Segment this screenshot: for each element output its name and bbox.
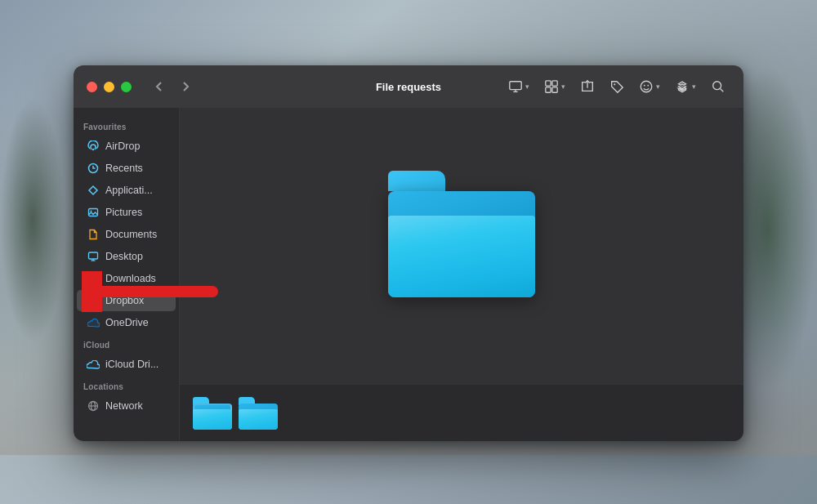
tag-button[interactable] (605, 76, 629, 97)
minimize-button[interactable] (104, 82, 114, 92)
sidebar: Favourites AirDrop (74, 108, 180, 441)
view-chevron: ▾ (525, 83, 529, 91)
network-label: Network (105, 400, 143, 412)
onedrive-icon (87, 316, 100, 329)
folder-front (388, 216, 535, 297)
downloads-icon (87, 272, 100, 285)
svg-point-10 (644, 85, 645, 87)
small-folder-1[interactable] (193, 397, 232, 430)
content-area (180, 108, 743, 441)
airdrop-label: AirDrop (105, 140, 140, 152)
sidebar-item-desktop[interactable]: Desktop (77, 246, 176, 267)
dropbox-icon (87, 294, 100, 307)
svg-line-13 (721, 89, 724, 92)
svg-rect-4 (552, 81, 557, 86)
folder-tab (388, 171, 445, 191)
svg-point-12 (713, 82, 721, 90)
recents-label: Recents (105, 163, 143, 174)
icloud-icon (87, 358, 100, 371)
sidebar-item-icloud-drive[interactable]: iCloud Dri... (77, 354, 176, 375)
close-button[interactable] (87, 82, 97, 92)
svg-rect-0 (510, 82, 521, 90)
emoji-button[interactable]: ▾ (634, 76, 665, 97)
dropbox-toolbar-button[interactable]: ▾ (670, 76, 701, 97)
desktop-icon (87, 250, 100, 263)
share-button[interactable] (575, 76, 600, 97)
sidebar-item-onedrive[interactable]: OneDrive (77, 312, 176, 333)
finder-window: File requests ▾ ▾ ▾ (74, 65, 743, 441)
documents-icon (87, 228, 100, 241)
traffic-lights (87, 82, 132, 92)
view-button[interactable]: ▾ (503, 76, 534, 97)
svg-rect-5 (546, 87, 551, 92)
content-bottom-toolbar (180, 384, 743, 441)
pictures-icon (87, 206, 100, 219)
onedrive-label: OneDrive (105, 317, 149, 328)
toolbar-actions: ▾ ▾ ▾ (503, 76, 730, 97)
dropbox-label: Dropbox (105, 295, 144, 306)
sidebar-item-downloads[interactable]: Downloads (77, 268, 176, 289)
window-title: File requests (376, 81, 441, 93)
applications-icon (87, 184, 100, 197)
sidebar-item-airdrop[interactable]: AirDrop (77, 136, 176, 157)
forward-button[interactable] (174, 75, 197, 98)
svg-rect-6 (552, 87, 557, 92)
maximize-button[interactable] (121, 82, 132, 92)
downloads-label: Downloads (105, 273, 156, 284)
svg-point-11 (647, 85, 649, 87)
favourites-label: Favourites (74, 116, 179, 135)
locations-label: Locations (74, 376, 179, 395)
documents-label: Documents (105, 229, 157, 240)
desktop-label: Desktop (105, 251, 143, 262)
applications-label: Applicati... (105, 185, 153, 196)
svg-point-14 (92, 149, 94, 150)
sidebar-item-recents[interactable]: Recents (77, 158, 176, 179)
sidebar-item-applications[interactable]: Applicati... (77, 180, 176, 201)
titlebar: File requests ▾ ▾ ▾ (74, 65, 743, 108)
grid-button[interactable]: ▾ (539, 76, 570, 97)
sidebar-item-pictures[interactable]: Pictures (77, 202, 176, 223)
grid-chevron: ▾ (561, 83, 565, 91)
dropbox-chevron: ▾ (692, 83, 696, 91)
svg-rect-18 (89, 252, 98, 259)
small-folder-2-front (239, 409, 278, 430)
icloud-label: iCloud (74, 334, 179, 353)
airdrop-icon (87, 140, 100, 153)
svg-point-8 (614, 83, 615, 85)
sidebar-item-network[interactable]: Network (77, 395, 176, 417)
pictures-label: Pictures (105, 207, 142, 218)
recents-icon (87, 162, 100, 175)
nav-buttons (148, 75, 197, 98)
icloud-drive-label: iCloud Dri... (105, 359, 158, 370)
back-button[interactable] (148, 75, 171, 98)
sidebar-item-documents[interactable]: Documents (77, 224, 176, 245)
small-folder-2[interactable] (239, 397, 278, 430)
svg-rect-3 (546, 81, 551, 86)
network-icon (87, 399, 100, 413)
svg-point-9 (641, 81, 652, 92)
main-folder (388, 171, 535, 297)
sidebar-item-dropbox[interactable]: Dropbox (77, 290, 176, 311)
plant-left-decoration (0, 98, 65, 343)
content-main (180, 108, 743, 384)
emoji-chevron: ▾ (656, 83, 660, 91)
search-button[interactable] (706, 76, 730, 97)
main-area: Favourites AirDrop (74, 108, 743, 441)
small-folder-1-front (193, 409, 232, 430)
